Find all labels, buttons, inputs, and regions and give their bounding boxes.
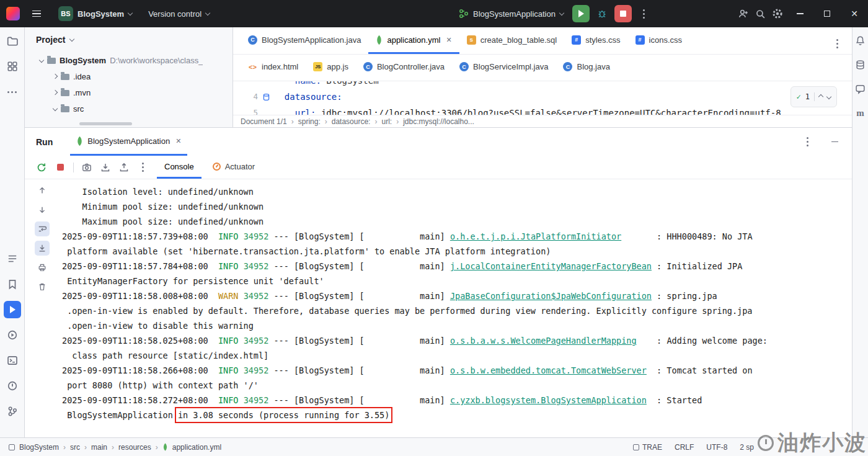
close-icon[interactable]: ✕ <box>841 0 868 27</box>
chevron-down-icon[interactable] <box>53 106 58 111</box>
editor-tab-blog-java[interactable]: CBlog.java <box>556 55 617 81</box>
chevron-right-icon[interactable] <box>53 90 58 95</box>
right-toolwindow-stripe: m <box>852 27 868 437</box>
more-tools-icon[interactable] <box>4 83 21 101</box>
editor-tab-styles-css[interactable]: #styles.css <box>564 27 627 54</box>
print-icon[interactable] <box>35 260 50 275</box>
horizontal-scrollbar[interactable] <box>79 122 132 125</box>
arrow-down-icon[interactable] <box>35 202 50 217</box>
editor-tab-blogsystemapplication-java[interactable]: CBlogSystemApplication.java <box>241 27 368 54</box>
status-crumb-application-yml[interactable]: application.yml <box>172 443 221 452</box>
console-link[interactable]: o.h.e.t.j.p.i.JtaPlatformInitiator <box>450 231 621 241</box>
structure-icon[interactable] <box>4 250 21 267</box>
notifications-bell-icon[interactable] <box>854 34 867 47</box>
console-link[interactable]: JpaBaseConfiguration$JpaWebConfiguration <box>450 291 652 301</box>
breadcrumb-item[interactable]: Document 1/1 <box>241 117 287 126</box>
run-configuration-selector[interactable]: BlogSystemApplication <box>454 5 569 22</box>
import-icon[interactable] <box>97 159 113 176</box>
console-link[interactable]: o.s.b.a.w.s.WelcomePageHandlerMapping <box>450 336 637 346</box>
close-icon[interactable]: ✕ <box>175 137 181 145</box>
breadcrumb-item[interactable]: jdbc:mysql://localho... <box>403 117 474 126</box>
chevron-down-icon[interactable] <box>39 58 44 63</box>
run-panel-options-icon[interactable] <box>799 133 816 151</box>
status-indicator-utf-8[interactable]: UTF-8 <box>706 443 727 452</box>
more-options-icon[interactable] <box>135 159 151 176</box>
minimize-icon[interactable] <box>786 0 813 27</box>
scroll-to-end-icon[interactable] <box>35 241 50 256</box>
tab-options-icon[interactable] <box>828 35 846 52</box>
more-actions-icon[interactable] <box>636 5 653 22</box>
editor-tab-app-js[interactable]: JSapp.js <box>306 55 356 81</box>
editor-tab-icons-css[interactable]: #icons.css <box>628 27 689 54</box>
tab-console[interactable]: Console <box>157 156 202 179</box>
stop-button[interactable] <box>614 5 632 22</box>
services-icon[interactable] <box>4 326 21 344</box>
arrow-up-icon[interactable] <box>35 183 50 198</box>
inspections-widget[interactable]: ✓ 1 <box>790 86 837 107</box>
run-toolwindow-icon[interactable] <box>4 301 21 318</box>
soft-wrap-icon[interactable] <box>35 221 50 236</box>
tree-item--idea[interactable]: .idea <box>25 68 232 84</box>
chevron-down-icon[interactable] <box>69 36 74 41</box>
chevron-down-icon <box>205 10 210 15</box>
run-tab[interactable]: BlogSystemApplication ✕ <box>70 128 187 156</box>
run-button[interactable] <box>572 5 590 22</box>
console-link[interactable]: o.s.b.w.embedded.tomcat.TomcatWebServer <box>450 365 647 375</box>
main-menu-icon[interactable] <box>26 6 47 22</box>
export-icon[interactable] <box>116 159 132 176</box>
hide-panel-icon[interactable] <box>826 133 843 151</box>
status-indicator-2-sp[interactable]: 2 sp <box>740 443 754 452</box>
breadcrumb-item[interactable]: url: <box>381 117 392 126</box>
version-control-menu[interactable]: Version control <box>143 6 215 22</box>
status-crumb-blogsystem[interactable]: BlogSystem <box>19 443 59 452</box>
project-selector[interactable]: BS BlogSystem <box>53 2 137 25</box>
maven-icon[interactable]: m <box>854 106 867 120</box>
breadcrumb-separator: › <box>84 443 87 452</box>
settings-gear-icon[interactable] <box>769 5 786 22</box>
breadcrumb-item[interactable]: spring: <box>298 117 321 126</box>
run-tab-label: BlogSystemApplication <box>87 136 170 146</box>
clear-trash-icon[interactable] <box>35 279 50 294</box>
editor-tab-blogserviceimpl-java[interactable]: CBlogServiceImpl.java <box>452 55 556 81</box>
console-output[interactable]: Isolation level: undefined/unknown Minim… <box>62 179 849 438</box>
camera-icon[interactable] <box>79 159 95 176</box>
check-icon: ✓ <box>797 89 801 105</box>
search-icon[interactable] <box>751 5 769 22</box>
editor-tab-index-html[interactable]: <>index.html <box>241 55 306 81</box>
tab-actuator[interactable]: Actuator <box>205 156 262 179</box>
version-control-icon[interactable] <box>4 403 21 420</box>
status-crumb-src[interactable]: src <box>70 443 80 452</box>
status-indicator-trae[interactable]: TRAE <box>633 443 662 452</box>
database-icon[interactable] <box>854 58 867 71</box>
problems-icon[interactable] <box>4 377 21 395</box>
breadcrumb-item[interactable]: datasource: <box>332 117 371 126</box>
rerun-icon[interactable] <box>33 159 50 176</box>
next-problem-icon[interactable] <box>826 94 831 99</box>
tree-item--mvn[interactable]: .mvn <box>25 84 232 101</box>
status-crumb-resources[interactable]: resources <box>118 443 151 452</box>
css-file-icon: # <box>572 35 581 45</box>
add-user-icon[interactable] <box>734 5 751 22</box>
status-crumb-main[interactable]: main <box>91 443 107 452</box>
maximize-icon[interactable] <box>813 0 841 27</box>
editor-tab-application-yml[interactable]: application.yml✕ <box>368 27 459 54</box>
stop-icon[interactable] <box>52 159 68 176</box>
editor-code-area[interactable]: name: BlogSystem 4 datasource: 5 url: jd… <box>233 81 852 115</box>
project-folder-icon[interactable] <box>4 32 21 50</box>
tree-item-src[interactable]: src <box>25 101 232 117</box>
tree-root-blogsystem[interactable]: BlogSystemD:\work\workspace\class_ <box>25 52 232 68</box>
status-indicator-crlf[interactable]: CRLF <box>675 443 694 452</box>
bookmarks-icon[interactable] <box>4 275 21 293</box>
editor-tab-blogcontroller-java[interactable]: CBlogController.java <box>356 55 452 81</box>
modules-icon[interactable] <box>4 58 21 75</box>
close-icon[interactable]: ✕ <box>446 36 451 44</box>
terminal-icon[interactable] <box>4 352 21 369</box>
prev-problem-icon[interactable] <box>818 94 823 99</box>
debug-icon[interactable] <box>593 5 611 22</box>
ai-chat-icon[interactable] <box>854 82 867 96</box>
datasource-gutter-icon[interactable] <box>258 93 274 101</box>
console-link[interactable]: c.yzxb.blogsystem.BlogSystemApplication <box>450 395 647 405</box>
chevron-right-icon[interactable] <box>53 74 58 79</box>
editor-tab-create-blog-table-sql[interactable]: Screate_blog_table.sql <box>459 27 565 54</box>
console-link[interactable]: j.LocalContainerEntityManagerFactoryBean <box>450 261 652 271</box>
